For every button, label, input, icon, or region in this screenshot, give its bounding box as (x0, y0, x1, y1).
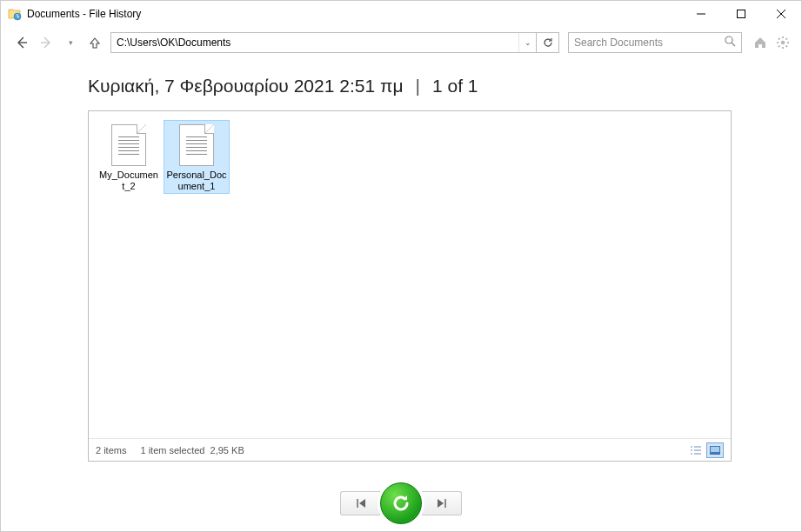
status-selection: 1 item selected 2,95 KB (140, 445, 244, 456)
search-placeholder: Search Documents (574, 37, 725, 49)
back-button[interactable] (11, 32, 32, 53)
previous-version-button[interactable] (340, 491, 380, 515)
app-icon (8, 7, 22, 21)
navigation-bar: ▾ C:\Users\OK\Documents ⌄ Search Documen… (1, 27, 801, 58)
forward-button[interactable] (36, 32, 57, 53)
search-icon (725, 36, 736, 50)
search-input[interactable]: Search Documents (568, 32, 742, 53)
heading-separator: | (416, 76, 420, 96)
file-label: My_Document_2 (98, 170, 159, 191)
title-bar: Documents - File History (1, 1, 801, 27)
view-details-button[interactable] (687, 442, 705, 458)
file-label: Personal_Document_1 (166, 170, 227, 191)
version-position: 1 of 1 (432, 76, 478, 96)
window-title: Documents - File History (27, 8, 681, 20)
file-item-my-document-2[interactable]: My_Document_2 (96, 120, 162, 194)
address-dropdown[interactable]: ⌄ (518, 33, 536, 52)
svg-point-3 (781, 41, 785, 45)
refresh-button[interactable] (536, 33, 558, 52)
next-version-button[interactable] (422, 491, 462, 515)
settings-button[interactable] (773, 33, 792, 52)
status-bar: 2 items 1 item selected 2,95 KB (89, 438, 731, 461)
maximize-button[interactable] (721, 1, 761, 27)
svg-rect-5 (711, 447, 719, 452)
view-thumbnails-button[interactable] (706, 442, 724, 458)
version-heading: Κυριακή, 7 Φεβρουαρίου 2021 2:51 πμ | 1 … (88, 76, 732, 96)
restore-button[interactable] (380, 482, 422, 524)
svg-point-2 (725, 37, 732, 43)
recent-dropdown[interactable]: ▾ (60, 32, 81, 53)
home-button[interactable] (751, 33, 770, 52)
up-button[interactable] (84, 32, 105, 53)
status-item-count: 2 items (96, 445, 126, 456)
file-item-personal-document-1[interactable]: Personal_Document_1 (164, 120, 230, 194)
minimize-button[interactable] (681, 1, 721, 27)
version-date: Κυριακή, 7 Φεβρουαρίου 2021 2:51 πμ (88, 76, 404, 96)
file-browser: My_Document_2 Personal_Document_1 2 item… (88, 110, 732, 462)
file-icon (179, 124, 214, 166)
file-list[interactable]: My_Document_2 Personal_Document_1 (89, 111, 731, 438)
svg-rect-1 (738, 10, 745, 18)
close-button[interactable] (761, 1, 801, 27)
file-icon (111, 124, 146, 166)
content-area: Κυριακή, 7 Φεβρουαρίου 2021 2:51 πμ | 1 … (1, 58, 801, 475)
history-controls (1, 475, 801, 531)
address-bar-group: C:\Users\OK\Documents ⌄ (110, 32, 559, 53)
address-bar[interactable]: C:\Users\OK\Documents (111, 33, 518, 52)
